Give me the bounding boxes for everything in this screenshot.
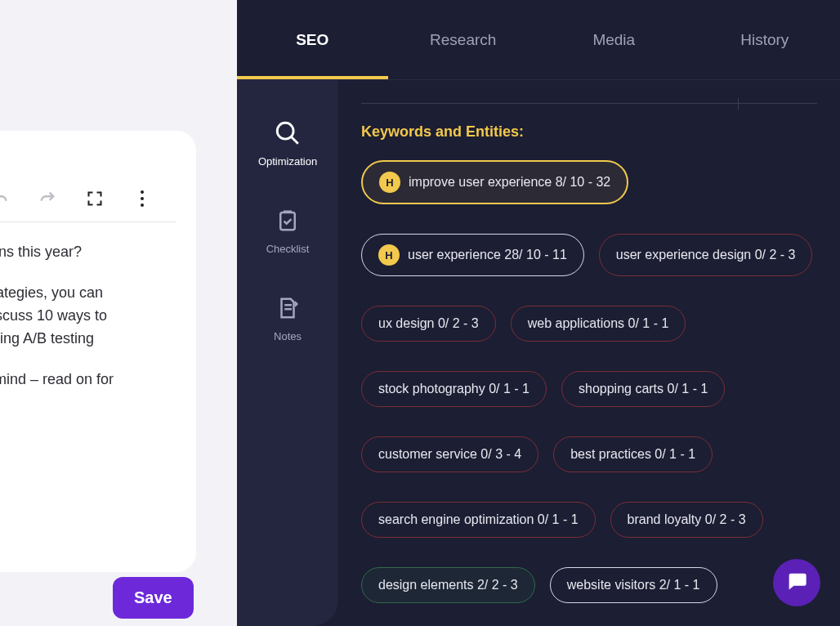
notes-icon bbox=[274, 294, 302, 322]
more-icon[interactable] bbox=[132, 189, 152, 208]
keyword-chip[interactable]: web applications 0/ 1 - 1 bbox=[511, 306, 686, 342]
h-badge: H bbox=[379, 172, 400, 193]
svg-point-0 bbox=[277, 123, 293, 139]
rail-label: Checklist bbox=[266, 243, 310, 255]
tab-seo[interactable]: SEO bbox=[237, 0, 388, 79]
undo-icon[interactable] bbox=[0, 189, 10, 208]
redo-icon[interactable] bbox=[38, 189, 57, 208]
content-area: Keywords and Entities: Himprove user exp… bbox=[338, 80, 840, 626]
keyword-chip[interactable]: design elements 2/ 2 - 3 bbox=[361, 567, 535, 603]
panel-body: Optimization Checklist Notes Keywords an… bbox=[237, 80, 840, 626]
editor-body[interactable]: versions this year? ng strategies, you c… bbox=[0, 222, 196, 391]
section-title: Keywords and Entities: bbox=[361, 123, 817, 141]
keyword-chip[interactable]: brand loyalty 0/ 2 - 3 bbox=[610, 502, 763, 538]
editor-line: es in mind – read on for bbox=[0, 368, 196, 391]
chip-label: stock photography 0/ 1 - 1 bbox=[378, 382, 529, 396]
h-badge: H bbox=[378, 244, 400, 266]
chip-label: search engine optimization 0/ 1 - 1 bbox=[378, 512, 579, 527]
tab-media[interactable]: Media bbox=[538, 0, 690, 79]
clipboard-check-icon bbox=[274, 207, 302, 235]
chip-label: ux design 0/ 2 - 3 bbox=[378, 316, 479, 331]
keyword-chip[interactable]: shopping carts 0/ 1 - 1 bbox=[561, 371, 725, 407]
fullscreen-icon[interactable] bbox=[85, 189, 105, 208]
chat-fab[interactable] bbox=[773, 559, 820, 606]
chip-label: web applications 0/ 1 - 1 bbox=[528, 316, 669, 331]
rail-label: Optimization bbox=[258, 155, 317, 168]
keyword-chip[interactable]: customer service 0/ 3 - 4 bbox=[361, 436, 538, 472]
editor-toolbar bbox=[0, 131, 176, 222]
svg-point-5 bbox=[141, 203, 144, 207]
rail-label: Notes bbox=[274, 330, 302, 342]
keyword-chip[interactable]: Himprove user experience 8/ 10 - 32 bbox=[361, 160, 628, 204]
keyword-chip[interactable]: user experience design 0/ 2 - 3 bbox=[599, 234, 813, 276]
svg-point-3 bbox=[141, 190, 144, 194]
chip-label: design elements 2/ 2 - 3 bbox=[378, 578, 518, 592]
rail-checklist[interactable]: Checklist bbox=[266, 207, 310, 255]
keyword-chip[interactable]: best practices 0/ 1 - 1 bbox=[553, 436, 713, 472]
chat-icon bbox=[785, 570, 808, 596]
chip-label: shopping carts 0/ 1 - 1 bbox=[579, 382, 708, 396]
keyword-chip[interactable]: search engine optimization 0/ 1 - 1 bbox=[361, 502, 596, 538]
seo-panel: SEO Research Media History Optimization … bbox=[237, 0, 840, 626]
svg-point-4 bbox=[141, 197, 144, 200]
editor-line: versions this year? bbox=[0, 240, 196, 263]
chip-label: customer service 0/ 3 - 4 bbox=[378, 447, 521, 462]
keyword-chip[interactable]: Huser experience 28/ 10 - 11 bbox=[361, 234, 584, 276]
keyword-chip[interactable]: ux design 0/ 2 - 3 bbox=[361, 306, 496, 342]
chip-label: user experience design 0/ 2 - 3 bbox=[616, 248, 796, 262]
side-rail: Optimization Checklist Notes bbox=[237, 80, 338, 626]
tabs: SEO Research Media History bbox=[237, 0, 840, 80]
save-button[interactable]: Save bbox=[113, 577, 194, 619]
svg-line-1 bbox=[291, 136, 298, 144]
rail-notes[interactable]: Notes bbox=[274, 294, 302, 342]
chip-label: website visitors 2/ 1 - 1 bbox=[567, 578, 700, 592]
tab-history[interactable]: History bbox=[690, 0, 841, 79]
rail-optimization[interactable]: Optimization bbox=[258, 119, 317, 168]
svg-rect-2 bbox=[280, 212, 295, 230]
keyword-chip[interactable]: website visitors 2/ 1 - 1 bbox=[550, 567, 717, 603]
editor-card: versions this year? ng strategies, you c… bbox=[0, 131, 196, 572]
editor-line: ng strategies, you can will discuss 10 w… bbox=[0, 281, 196, 350]
chip-label: improve user experience 8/ 10 - 32 bbox=[409, 175, 610, 190]
keyword-chip[interactable]: stock photography 0/ 1 - 1 bbox=[361, 371, 547, 407]
chip-label: brand loyalty 0/ 2 - 3 bbox=[628, 512, 746, 527]
chip-label: best practices 0/ 1 - 1 bbox=[570, 447, 695, 462]
divider bbox=[361, 103, 817, 104]
search-icon bbox=[274, 119, 302, 147]
tab-research[interactable]: Research bbox=[388, 0, 539, 79]
chip-label: user experience 28/ 10 - 11 bbox=[408, 248, 567, 262]
keyword-chips: Himprove user experience 8/ 10 - 32Huser… bbox=[361, 160, 817, 626]
